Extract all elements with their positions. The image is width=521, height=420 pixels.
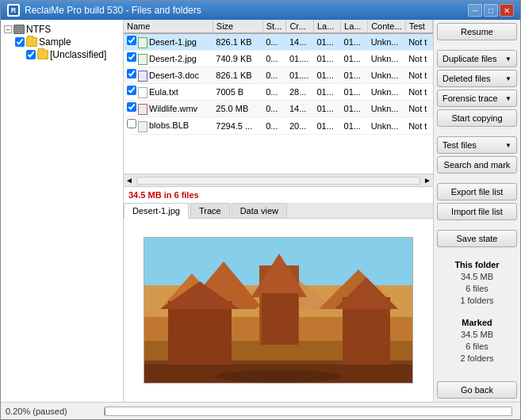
cell-st: 0... [262,33,286,51]
start-copying-button[interactable]: Start copying [437,109,517,127]
hdd-icon [13,25,25,34]
table-row[interactable]: Wildlife.wmv 25.0 MB 0... 14... 01... 01… [124,101,433,117]
cell-name: Desert-2.jpg [124,51,213,67]
col-header-conte[interactable]: Conte... [368,20,406,33]
go-back-button[interactable]: Go back [437,381,517,399]
tab-data-view[interactable]: Data view [232,203,287,218]
cell-test: Not t [405,67,432,84]
divider-4 [437,223,517,227]
tabs-bar: Desert-1.jpg Trace Data view [124,203,433,219]
tree-label-sample: Sample [39,36,71,48]
tab-trace[interactable]: Trace [190,203,230,218]
table-row[interactable]: blobs.BLB 7294.5 ... 0... 20... 01... 01… [124,117,433,134]
resume-button[interactable]: Resume [437,23,517,40]
cell-st: 0... [262,67,286,84]
title-controls: ─ □ ✕ [468,4,514,17]
dropdown-arrow-icon: ▼ [505,142,511,149]
cell-la2: 01... [341,33,368,51]
cell-la2: 01... [341,51,368,67]
cell-test: Not t [405,84,432,101]
checkbox-unclassified[interactable] [26,50,36,59]
tree-item-ntfs[interactable]: − NTFS [4,23,120,36]
deleted-files-button[interactable]: Deleted files ▼ [437,70,517,87]
scroll-track[interactable] [136,177,420,185]
table-row[interactable]: Desert-3.doc 826.1 KB 0... 01.... 01... … [124,67,433,84]
cell-la2: 01... [341,117,368,134]
col-header-name[interactable]: Name [124,20,213,33]
title-bar: R ReclaiMe Pro build 530 - Files and fol… [1,1,520,20]
expand-ntfs[interactable]: − [4,25,12,33]
svg-point-20 [216,370,343,383]
scroll-left-btn[interactable]: ◄ [124,176,135,185]
this-folder-files: 6 files [437,284,517,293]
main-content: − NTFS Sample [Unclassified] [1,20,520,402]
test-files-button[interactable]: Test files ▼ [437,136,517,154]
dropdown-arrow-icon: ▼ [505,55,511,63]
cell-cr: 01.... [286,67,314,84]
cell-size: 7005 B [213,84,262,101]
cell-st: 0... [262,117,286,134]
cell-conte: Unkn... [368,101,406,117]
cell-size: 7294.5 ... [213,117,262,134]
row-checkbox[interactable] [127,86,136,95]
svg-rect-14 [262,293,298,345]
col-header-size[interactable]: Size [213,20,262,33]
cell-la2: 01... [341,67,368,84]
file-table-container[interactable]: Name Size St... Cr... La... La... Conte.… [124,20,433,174]
row-checkbox[interactable] [127,102,136,112]
desert-image [144,237,413,384]
divider-3 [437,176,517,181]
save-state-button[interactable]: Save state [437,230,517,247]
cell-cr: 28... [286,84,314,101]
marked-header: Marked [437,318,517,327]
forensic-trace-button[interactable]: Forensic trace ▼ [437,90,517,107]
divider-5 [437,250,517,254]
cell-cr: 14... [286,33,314,51]
cell-size: 826.1 KB [213,67,262,84]
import-file-list-button[interactable]: Import file list [437,203,517,220]
minimize-button[interactable]: ─ [468,4,482,17]
row-checkbox[interactable] [127,119,136,128]
duplicate-files-button[interactable]: Duplicate files ▼ [437,50,517,67]
cell-la1: 01... [313,101,340,117]
col-header-test[interactable]: Test [405,20,432,33]
col-header-st[interactable]: St... [262,20,286,33]
this-folder-header: This folder [437,260,517,269]
file-table: Name Size St... Cr... La... La... Conte.… [124,20,433,135]
row-checkbox[interactable] [127,36,136,45]
title-bar-left: R ReclaiMe Pro build 530 - Files and fol… [7,4,201,17]
cell-test: Not t [405,51,432,67]
tree-item-sample[interactable]: Sample [15,36,120,48]
file-count-bar: 34.5 MB in 6 files [124,187,433,203]
divider-2 [437,129,517,134]
progress-bar-fill [105,407,105,415]
table-row[interactable]: Desert-2.jpg 740.9 KB 0... 01.... 01... … [124,51,433,67]
table-row[interactable]: Eula.txt 7005 B 0... 28... 01... 01... U… [124,84,433,101]
scroll-right-btn[interactable]: ► [422,176,433,185]
cell-name: Wildlife.wmv [124,101,213,117]
export-file-list-button[interactable]: Export file list [437,183,517,200]
cell-test: Not t [405,101,432,117]
svg-text:R: R [11,6,17,14]
row-checkbox[interactable] [127,69,136,78]
col-header-la2[interactable]: La... [341,20,368,33]
maximize-button[interactable]: □ [484,4,498,17]
cell-conte: Unkn... [368,51,406,67]
search-mark-button[interactable]: Search and mark [437,156,517,174]
table-row[interactable]: Desert-1.jpg 826.1 KB 0... 14... 01... 0… [124,33,433,51]
cell-test: Not t [405,117,432,134]
dropdown-arrow-icon: ▼ [505,75,511,82]
cell-la1: 01... [313,33,340,51]
tab-desert-jpg[interactable]: Desert-1.jpg [124,203,189,219]
horizontal-scrollbar[interactable]: ◄ ► [124,174,433,187]
close-button[interactable]: ✕ [500,4,514,17]
col-header-la1[interactable]: La... [313,20,340,33]
tree-item-unclassified[interactable]: [Unclassified] [26,48,120,61]
cell-cr: 20... [286,117,314,134]
app-icon: R [7,4,20,17]
row-checkbox[interactable] [127,52,136,62]
checkbox-sample[interactable] [15,37,25,47]
col-header-cr[interactable]: Cr... [286,20,314,33]
divider-6 [437,307,517,312]
right-panel: Resume Duplicate files ▼ Deleted files ▼… [433,20,520,402]
